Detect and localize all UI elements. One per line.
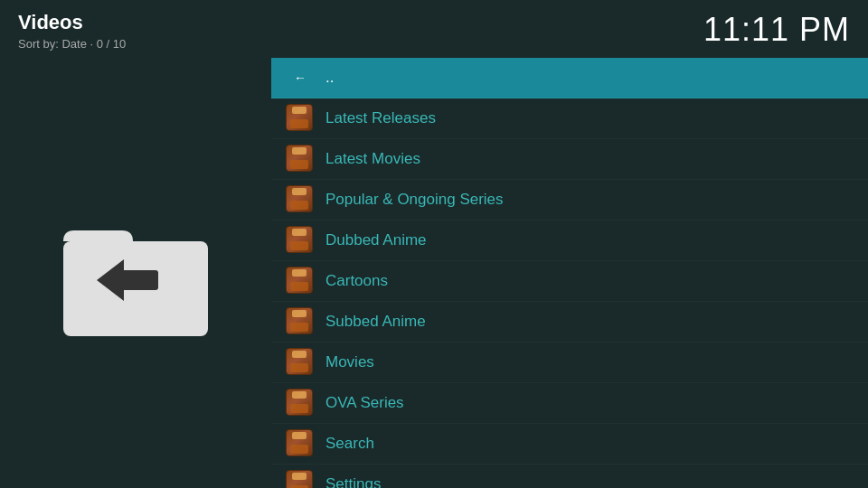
item-label-subbed-anime: Subbed Anime xyxy=(326,313,426,331)
back-label: .. xyxy=(326,69,334,87)
menu-item-cartoons[interactable]: Cartoons xyxy=(271,261,868,302)
item-label-popular-ongoing: Popular & Ongoing Series xyxy=(326,191,504,209)
app-title: Videos xyxy=(18,11,126,34)
plugin-icon-search xyxy=(286,429,315,458)
plugin-icon-subbed-anime xyxy=(286,307,315,336)
folder-back-icon xyxy=(59,205,212,341)
plugin-icon-dubbed-anime xyxy=(286,226,315,255)
plugin-icon-settings xyxy=(286,470,315,488)
menu-item-movies[interactable]: Movies xyxy=(271,343,868,383)
clock: 11:11 PM xyxy=(703,11,850,49)
top-bar: Videos Sort by: Date · 0 / 10 11:11 PM xyxy=(0,0,868,58)
right-panel: ← .. Latest Releases Latest Movies Popul… xyxy=(271,58,868,488)
left-panel xyxy=(0,58,271,488)
menu-item-back[interactable]: ← .. xyxy=(271,58,868,99)
menu-item-ova-series[interactable]: OVA Series xyxy=(271,383,868,424)
plugin-icon-cartoons xyxy=(286,267,315,296)
plugin-icon-ova-series xyxy=(286,389,315,418)
menu-item-popular-ongoing[interactable]: Popular & Ongoing Series xyxy=(271,180,868,221)
item-label-cartoons: Cartoons xyxy=(326,272,388,290)
menu-list: ← .. Latest Releases Latest Movies Popul… xyxy=(271,58,868,488)
item-label-settings: Settings xyxy=(326,475,381,488)
menu-item-settings[interactable]: Settings xyxy=(271,465,868,488)
main-area: ← .. Latest Releases Latest Movies Popul… xyxy=(0,58,868,488)
menu-item-latest-movies[interactable]: Latest Movies xyxy=(271,139,868,180)
sort-info: Sort by: Date · 0 / 10 xyxy=(18,37,126,51)
menu-item-latest-releases[interactable]: Latest Releases xyxy=(271,99,868,139)
plugin-icon-latest-movies xyxy=(286,145,315,174)
plugin-icon-popular-ongoing xyxy=(286,185,315,214)
menu-item-subbed-anime[interactable]: Subbed Anime xyxy=(271,302,868,343)
plugin-icon-movies xyxy=(286,348,315,377)
menu-item-search[interactable]: Search xyxy=(271,424,868,465)
item-label-movies: Movies xyxy=(326,353,374,371)
menu-item-dubbed-anime[interactable]: Dubbed Anime xyxy=(271,221,868,261)
item-label-search: Search xyxy=(326,435,374,453)
title-area: Videos Sort by: Date · 0 / 10 xyxy=(18,11,126,51)
item-label-latest-movies: Latest Movies xyxy=(326,150,420,168)
item-label-dubbed-anime: Dubbed Anime xyxy=(326,231,427,249)
item-label-latest-releases: Latest Releases xyxy=(326,109,436,127)
back-icon: ← xyxy=(286,63,315,92)
plugin-icon-latest-releases xyxy=(286,104,315,133)
item-label-ova-series: OVA Series xyxy=(326,394,404,412)
